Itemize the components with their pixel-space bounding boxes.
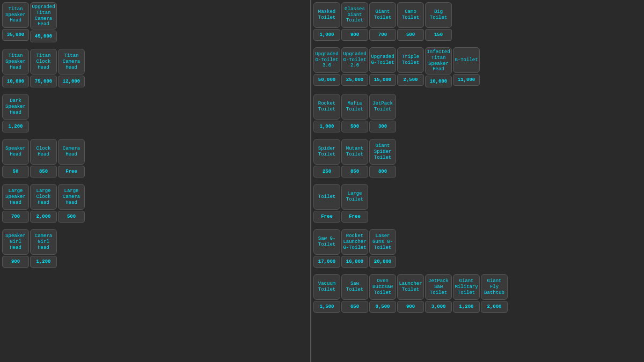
cell-2-1: Mafia Toilet500	[341, 94, 368, 132]
cell-2-0: Rocket Toilet1,000	[313, 94, 340, 132]
grid-row-1: Upgraded G-Toilet 3.050,000Upgraded G-To…	[313, 47, 642, 87]
item-box-titan-speaker-head[interactable]: Titan Speaker Head	[2, 49, 29, 75]
cell-4-1: Large ToiletFree	[341, 184, 368, 223]
item-box-jetpack-toilet[interactable]: JetPack Toilet	[369, 94, 396, 120]
item-box-saw-g-toilet[interactable]: Saw G-Toilet	[313, 229, 340, 255]
item-box-upgraded-g-toilet[interactable]: Upgraded G-Toilet	[369, 47, 396, 73]
item-box-upgraded-g-toilet-3.0[interactable]: Upgraded G-Toilet 3.0	[313, 47, 340, 73]
item-name-glasses-giant-toilet: Glasses Giant Toilet	[343, 6, 367, 24]
item-box-saw-toilet[interactable]: Saw Toilet	[341, 274, 368, 300]
item-box-large-speaker-head[interactable]: Large Speaker Head	[2, 184, 29, 210]
row-divider-2	[2, 134, 308, 138]
item-box-large-toilet[interactable]: Large Toilet	[341, 184, 368, 210]
row-divider-4	[2, 224, 308, 228]
cell-6-0: Vacuum Toilet1,500	[313, 274, 340, 313]
price-box-clock-head: 850	[30, 166, 57, 178]
item-box-dark-speaker-head[interactable]: Dark Speaker Head	[2, 94, 29, 120]
item-name-jetpack-saw-toilet: JetPack Saw Toilet	[427, 278, 450, 295]
price-text-camera-head: Free	[65, 169, 77, 174]
item-box-titan-speaker-head[interactable]: Titan Speaker Head	[2, 2, 29, 28]
item-box-triple-toilet[interactable]: Triple Toilet	[397, 47, 424, 73]
row-divider-0	[313, 42, 642, 46]
item-box-speaker-girl-head[interactable]: Speaker Girl Head	[2, 229, 29, 255]
item-box-big-toilet[interactable]: Big Toilet	[425, 2, 452, 28]
price-box-mutant-toilet: 850	[341, 166, 368, 178]
item-box-camo-toilet[interactable]: Camo Toilet	[397, 2, 424, 28]
price-box-infected-titan-speaker-head: 10,000	[425, 76, 452, 87]
price-box-jetpack-toilet: 300	[369, 121, 396, 132]
item-box-clock-head[interactable]: Clock Head	[30, 139, 57, 165]
item-box-toilet[interactable]: Toilet	[313, 184, 340, 210]
price-box-upgraded-g-toilet-2.0: 25,000	[341, 74, 368, 86]
price-box-upgraded-g-toilet: 15,000	[369, 74, 396, 86]
item-box-launcher-toilet[interactable]: Launcher Toilet	[397, 274, 424, 300]
cell-1-5: G-Toilet11,000	[453, 47, 480, 86]
item-box-giant-fly-bathtub[interactable]: Giant Fly Bathtub	[481, 274, 508, 300]
item-box-mutant-toilet[interactable]: Mutant Toilet	[341, 139, 368, 165]
cell-2-0: Dark Speaker Head1,200	[2, 94, 29, 132]
item-box-giant-spider-toilet[interactable]: Giant Spider Toilet	[369, 139, 396, 165]
item-box-large-clock-head[interactable]: Large Clock Head	[30, 184, 57, 210]
price-text-masked-toilet: 1,000	[319, 32, 334, 38]
cell-0-4: Big Toilet150	[425, 2, 452, 41]
item-box-oven-buzzsaw-toilet[interactable]: Oven Buzzsaw Toilet	[369, 274, 396, 300]
price-text-large-clock-head: 2,000	[36, 214, 50, 219]
cell-3-1: Clock Head850	[30, 139, 57, 178]
item-box-rocket-toilet[interactable]: Rocket Toilet	[313, 94, 340, 120]
price-box-rocket-launcher-g-toilet: 16,000	[341, 256, 368, 268]
price-text-upgraded-titan-camera-head: 45,000	[35, 34, 52, 39]
item-box-large-camera-head[interactable]: Large Camera Head	[58, 184, 85, 210]
price-box-giant-military-toilet: 1,200	[453, 301, 480, 313]
cell-0-0: Titan Speaker Head35,000	[2, 2, 29, 41]
cell-1-2: Upgraded G-Toilet15,000	[369, 47, 396, 86]
price-box-oven-buzzsaw-toilet: 8,500	[369, 301, 396, 313]
item-box-titan-camera-head[interactable]: Titan Camera Head	[58, 49, 85, 75]
price-text-dark-speaker-head: 1,200	[8, 124, 23, 129]
item-name-giant-fly-bathtub: Giant Fly Bathtub	[482, 278, 506, 295]
item-box-infected-titan-speaker-head[interactable]: Infected Titan Speaker Head	[425, 47, 452, 75]
price-box-spider-toilet: 250	[313, 166, 340, 178]
cell-4-2: Large Camera Head500	[58, 184, 85, 223]
price-text-launcher-toilet: 900	[406, 304, 415, 309]
price-text-toilet: Free	[321, 214, 333, 219]
item-box-laser-guns-g-toilet[interactable]: Laser Guns G-Toilet	[369, 229, 396, 255]
item-box-upgraded-g-toilet-2.0[interactable]: Upgraded G-Toilet 2.0	[341, 47, 368, 73]
item-box-camera-head[interactable]: Camera Head	[58, 139, 85, 165]
item-box-masked-toilet[interactable]: Masked Toilet	[313, 2, 340, 28]
item-box-spider-toilet[interactable]: Spider Toilet	[313, 139, 340, 165]
item-box-rocket-launcher-g-toilet[interactable]: Rocket Launcher G-Toilet	[341, 229, 368, 255]
cell-6-5: Giant Military Toilet1,200	[453, 274, 480, 313]
price-text-titan-speaker-head: 10,000	[7, 79, 24, 84]
price-text-titan-camera-head: 12,000	[63, 79, 80, 84]
price-text-titan-speaker-head: 35,000	[7, 32, 24, 38]
cell-4-1: Large Clock Head2,000	[30, 184, 57, 223]
cell-1-4: Infected Titan Speaker Head10,000	[425, 47, 452, 87]
item-box-g-toilet[interactable]: G-Toilet	[453, 47, 480, 73]
item-box-vacuum-toilet[interactable]: Vacuum Toilet	[313, 274, 340, 300]
item-box-titan-clock-head[interactable]: Titan Clock Head	[30, 49, 57, 75]
item-box-giant-military-toilet[interactable]: Giant Military Toilet	[453, 274, 480, 300]
item-box-mafia-toilet[interactable]: Mafia Toilet	[341, 94, 368, 120]
price-text-titan-clock-head: 75,000	[35, 79, 52, 84]
cell-6-1: Saw Toilet650	[341, 274, 368, 313]
item-name-large-camera-head: Large Camera Head	[60, 188, 83, 205]
row-divider-2	[313, 134, 642, 138]
item-box-speaker-head[interactable]: Speaker Head	[2, 139, 29, 165]
item-box-glasses-giant-toilet[interactable]: Glasses Giant Toilet	[341, 2, 368, 28]
price-text-upgraded-g-toilet-3.0: 50,000	[318, 77, 335, 83]
grid-row-3: Spider Toilet250Mutant Toilet850Giant Sp…	[313, 139, 642, 178]
item-box-jetpack-saw-toilet[interactable]: JetPack Saw Toilet	[425, 274, 452, 300]
grid-row-0: Masked Toilet1,000Glasses Giant Toilet90…	[313, 2, 642, 41]
item-box-giant-toilet[interactable]: Giant Toilet	[369, 2, 396, 28]
grid-row-2: Rocket Toilet1,000Mafia Toilet500JetPack…	[313, 94, 642, 132]
item-name-mutant-toilet: Mutant Toilet	[343, 146, 367, 158]
item-name-saw-g-toilet: Saw G-Toilet	[315, 236, 339, 248]
price-text-upgraded-g-toilet-2.0: 25,000	[346, 77, 363, 83]
item-box-upgraded-titan-camera-head[interactable]: Upgraded Titan Camera Head	[30, 2, 57, 29]
left-panel: Titan Speaker Head35,000Upgraded Titan C…	[0, 0, 311, 362]
price-box-upgraded-g-toilet-3.0: 50,000	[313, 74, 340, 86]
item-box-camera-girl-head[interactable]: Camera Girl Head	[30, 229, 57, 255]
price-box-titan-speaker-head: 35,000	[2, 29, 29, 41]
price-text-upgraded-g-toilet: 15,000	[374, 77, 391, 83]
price-box-launcher-toilet: 900	[397, 301, 424, 313]
